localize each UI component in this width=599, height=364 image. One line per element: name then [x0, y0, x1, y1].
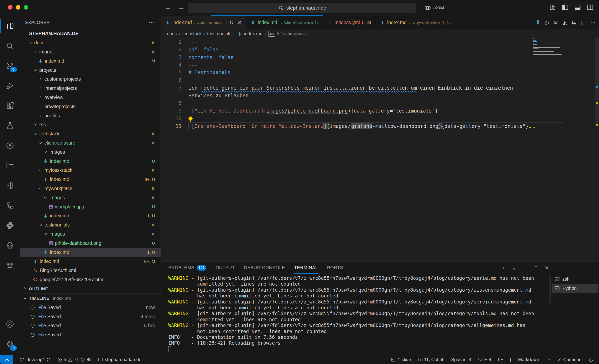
customize-layout-icon[interactable] [549, 4, 556, 11]
breadcrumb-item[interactable]: abc# Testimonials [268, 31, 306, 37]
activity-testing-icon[interactable] [0, 116, 20, 136]
navigate-back-button[interactable]: ← [165, 4, 171, 11]
toggle-secondary-sidebar-icon[interactable] [587, 4, 594, 11]
timeline-entry[interactable]: File Saved4 mins [20, 312, 160, 321]
timeline-entry[interactable]: File Saved [20, 330, 160, 339]
run-button-icon[interactable]: ▷ [546, 19, 550, 26]
cursor-position[interactable]: Ln 11, Col 55 [418, 357, 444, 362]
encoding[interactable]: UTF-8 [478, 357, 491, 362]
editor-tab-index-md-client-software[interactable]: index.md…/client-softwareU [246, 16, 323, 29]
editor-line[interactable]: 7Ich möchte gerne ein paar Screenshots m… [161, 84, 599, 92]
activity-project-folder-icon[interactable] [0, 156, 20, 176]
timeline-entry[interactable]: File Savednow [20, 303, 160, 312]
editor-tab-mkdocs-yml[interactable]: !mkdocs.yml5, M [323, 16, 376, 29]
outline-section[interactable]: OUTLINE [20, 284, 160, 293]
tree-folder-images[interactable]: images [20, 147, 160, 157]
panel-tab-ports[interactable]: PORTS [327, 262, 343, 274]
editor-line[interactable]: 5# Testimonials [161, 69, 599, 77]
tree-folder-stephan-hadan-de[interactable]: STEPHAN.HADAN.DE [20, 29, 160, 38]
tree-folder-techstack[interactable]: techstack [20, 129, 160, 139]
markdown-preview-side-icon[interactable]: ◭ [563, 19, 567, 26]
activity-explorer-icon[interactable] [0, 16, 20, 36]
tree-folder-internalprojects[interactable]: internalprojects [20, 84, 160, 93]
toggle-primary-sidebar-icon[interactable] [562, 4, 569, 11]
remote-indicator[interactable]: >< [0, 355, 13, 364]
tree-folder-images[interactable]: images [20, 230, 160, 239]
tree-folder-rss[interactable]: rss [20, 120, 160, 129]
editor-scrollbar[interactable] [595, 38, 599, 126]
markdown-open-preview-icon[interactable] [535, 19, 541, 26]
tree-folder-testimonials[interactable]: testimonials [20, 221, 160, 230]
tree-folder-overview[interactable]: overview [20, 93, 160, 102]
minimize-window-button[interactable] [16, 5, 20, 9]
activity-extensions-icon[interactable] [0, 96, 20, 116]
panel-tab-output[interactable]: OUTPUT [215, 262, 235, 274]
activity-run-and-debug-icon[interactable] [0, 76, 20, 96]
terminal-scrollbar[interactable] [549, 276, 551, 303]
toggle-panel-icon[interactable] [574, 4, 581, 11]
terminal-session-python[interactable]: Python [552, 284, 598, 293]
tree-folder-customerprojects[interactable]: customerprojects [20, 75, 160, 84]
tree-file-index-md[interactable]: index.md1, U [20, 211, 160, 221]
tree-folder-projects[interactable]: projects [20, 65, 160, 75]
editor-pane[interactable]: 1---2pdf: false3comments: false4---5# Te… [161, 38, 599, 261]
indentation[interactable]: Spaces: 4 [451, 357, 472, 362]
more-actions-icon[interactable]: ⋯ [523, 265, 528, 271]
timeline-section[interactable]: TIMELINEindex.md [20, 293, 160, 303]
terminal-output[interactable]: WARNING - [git-authors-plugin] /var/fold… [168, 275, 545, 354]
compare-changes-icon[interactable]: ⇆ [572, 19, 576, 26]
activity-settings-icon[interactable]: ⚙ [0, 334, 20, 354]
tree-folder-myfoss-stack[interactable]: myfoss-stack [20, 166, 160, 175]
breadcrumb-item[interactable]: techstack [182, 31, 202, 36]
copilot-menu[interactable]: \u2304 [424, 4, 444, 12]
activity-hexagon-tool-icon[interactable] [0, 235, 20, 255]
tree-file-index-md[interactable]: index.mdM [20, 56, 160, 65]
split-editor-icon[interactable]: ◫ [581, 19, 586, 26]
explorer-more-actions-icon[interactable]: ⋯ [149, 19, 155, 26]
notifications-bell[interactable] [588, 357, 594, 362]
breadcrumb-item[interactable]: docs [167, 31, 176, 36]
tree-file-workplace-jpg[interactable]: workplace.jpgU [20, 202, 160, 211]
tree-folder-profiles[interactable]: profiles [20, 111, 160, 120]
terminal-profile-dropdown-icon[interactable]: ⌄ [512, 265, 516, 271]
paren-indicator[interactable]: ( [510, 357, 511, 363]
tree-folder-images[interactable]: images [20, 193, 160, 202]
tree-file-bingsiteauth-xml[interactable]: BingSiteAuth.xml [20, 266, 160, 275]
quick-fix-lightbulb-icon[interactable] [188, 116, 193, 121]
activity-accounts-icon[interactable] [0, 314, 20, 334]
tree-file-index-md[interactable]: index.md1, U [20, 248, 160, 257]
eol-sequence[interactable]: LF [498, 357, 503, 362]
close-window-button[interactable] [8, 5, 12, 9]
tree-file-index-md[interactable]: index.mdU [20, 157, 160, 166]
editor-tab-index-md-myworkplace[interactable]: index.md…/myworkplace1, U [376, 16, 455, 29]
editor-line[interactable]: 9![Mein Pi-hole-Dashboard](images/pihole… [161, 107, 599, 115]
panel-tab-problems[interactable]: PROBLEMS161 [168, 262, 206, 274]
maximize-panel-icon[interactable]: ⌃ [534, 265, 538, 271]
tree-folder-myworkplace[interactable]: myworkplace [20, 184, 160, 193]
tree-file-googlef727264f56832057-html[interactable]: googlef727264f56832057.html [20, 275, 160, 284]
editor-line[interactable]: 6 [161, 77, 599, 84]
problems-summary[interactable]: 57185 [57, 357, 92, 362]
breadcrumb-item[interactable]: testimonials [207, 31, 231, 36]
navigate-forward-button[interactable]: → [178, 4, 184, 11]
activity-chat-faces-icon[interactable] [0, 255, 20, 275]
live-site[interactable]: stephan.hadan.de [98, 357, 141, 362]
more-actions-icon[interactable]: ⋯ [590, 19, 596, 26]
activity-python-icon[interactable] [0, 215, 20, 235]
editor-current-line[interactable]: 11![Grafana-Dashboard für meine Mailcow-… [161, 122, 599, 130]
new-terminal-icon[interactable]: ＋ [501, 264, 506, 271]
language-mode[interactable]: Markdown [518, 357, 539, 362]
spinner[interactable] [546, 357, 551, 362]
editor-line[interactable]: Services zu erlauben. [161, 92, 599, 99]
slides-count[interactable]: 1 slide [391, 357, 411, 362]
tree-folder-client-software[interactable]: client-software [20, 139, 160, 148]
panel-tab-debug-console[interactable]: DEBUG CONSOLE [244, 262, 285, 274]
tree-file-index-md[interactable]: index.md9+, M [20, 257, 160, 266]
editor-tab-index-md-testimonials[interactable]: index.md…/testimonials1, U✕ [161, 16, 246, 29]
timeline-entry[interactable]: File Saved5 hrs [20, 321, 160, 330]
activity-source-control-icon[interactable]: 9 [0, 56, 20, 76]
tree-file-pihole-dashboard-png[interactable]: pihole-dashboard.pngU [20, 239, 160, 248]
activity-hierarchy-icon[interactable] [0, 195, 20, 215]
editor-line[interactable]: 10 [161, 115, 599, 123]
editor-line[interactable]: 8 [161, 99, 599, 107]
